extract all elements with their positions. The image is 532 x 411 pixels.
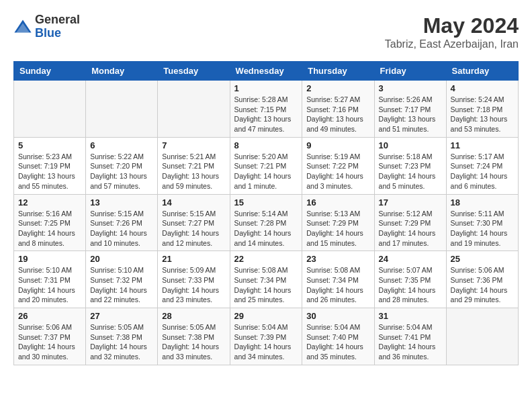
day-number: 13 <box>90 197 153 208</box>
day-info: Sunrise: 5:14 AMSunset: 7:28 PMDaylight:… <box>234 209 298 248</box>
day-info: Sunrise: 5:15 AMSunset: 7:26 PMDaylight:… <box>90 209 153 248</box>
day-number: 28 <box>162 311 225 321</box>
day-info: Sunrise: 5:28 AMSunset: 7:15 PMDaylight:… <box>234 95 298 134</box>
day-number: 14 <box>162 197 225 208</box>
day-number: 5 <box>18 140 81 150</box>
calendar-cell: 24Sunrise: 5:07 AMSunset: 7:35 PMDayligh… <box>374 251 446 308</box>
calendar-cell: 8Sunrise: 5:20 AMSunset: 7:21 PMDaylight… <box>230 137 302 194</box>
calendar-cell <box>446 308 518 365</box>
calendar-cell: 3Sunrise: 5:26 AMSunset: 7:17 PMDaylight… <box>374 81 446 138</box>
day-info: Sunrise: 5:26 AMSunset: 7:17 PMDaylight:… <box>379 95 442 134</box>
day-info: Sunrise: 5:04 AMSunset: 7:41 PMDaylight:… <box>379 322 442 362</box>
calendar-week-row: 19Sunrise: 5:10 AMSunset: 7:31 PMDayligh… <box>14 251 519 308</box>
logo-text: General Blue <box>35 13 80 40</box>
calendar-cell: 5Sunrise: 5:23 AMSunset: 7:19 PMDaylight… <box>14 137 86 194</box>
calendar-cell <box>14 81 86 138</box>
title-area: May 2024 Tabriz, East Azerbaijan, Iran <box>385 13 519 50</box>
calendar-table: SundayMondayTuesdayWednesdayThursdayFrid… <box>13 61 519 365</box>
calendar-week-row: 12Sunrise: 5:16 AMSunset: 7:25 PMDayligh… <box>14 194 519 251</box>
day-info: Sunrise: 5:16 AMSunset: 7:25 PMDaylight:… <box>18 209 81 248</box>
calendar-cell: 7Sunrise: 5:21 AMSunset: 7:21 PMDaylight… <box>158 137 230 194</box>
calendar-week-row: 26Sunrise: 5:06 AMSunset: 7:37 PMDayligh… <box>14 308 519 365</box>
month-year: May 2024 <box>385 13 519 38</box>
day-number: 2 <box>306 83 369 93</box>
day-number: 23 <box>306 254 369 264</box>
calendar-cell: 20Sunrise: 5:10 AMSunset: 7:32 PMDayligh… <box>86 251 158 308</box>
day-info: Sunrise: 5:27 AMSunset: 7:16 PMDaylight:… <box>306 95 369 134</box>
day-number: 30 <box>306 311 369 321</box>
day-number: 11 <box>451 140 514 150</box>
calendar-cell: 19Sunrise: 5:10 AMSunset: 7:31 PMDayligh… <box>14 251 86 308</box>
day-info: Sunrise: 5:08 AMSunset: 7:34 PMDaylight:… <box>306 265 369 305</box>
day-info: Sunrise: 5:09 AMSunset: 7:33 PMDaylight:… <box>162 265 225 305</box>
calendar-cell: 10Sunrise: 5:18 AMSunset: 7:23 PMDayligh… <box>374 137 446 194</box>
day-info: Sunrise: 5:17 AMSunset: 7:24 PMDaylight:… <box>451 152 514 191</box>
calendar-cell: 13Sunrise: 5:15 AMSunset: 7:26 PMDayligh… <box>86 194 158 251</box>
calendar-cell: 28Sunrise: 5:05 AMSunset: 7:38 PMDayligh… <box>158 308 230 365</box>
day-number: 1 <box>234 83 298 93</box>
calendar-cell: 30Sunrise: 5:04 AMSunset: 7:40 PMDayligh… <box>302 308 374 365</box>
day-info: Sunrise: 5:04 AMSunset: 7:40 PMDaylight:… <box>306 322 369 362</box>
calendar-cell: 11Sunrise: 5:17 AMSunset: 7:24 PMDayligh… <box>446 137 518 194</box>
calendar-cell: 15Sunrise: 5:14 AMSunset: 7:28 PMDayligh… <box>230 194 302 251</box>
day-info: Sunrise: 5:04 AMSunset: 7:39 PMDaylight:… <box>234 322 298 362</box>
day-number: 16 <box>306 197 369 208</box>
day-number: 27 <box>90 311 153 321</box>
logo-blue: Blue <box>35 27 80 40</box>
day-number: 18 <box>451 197 514 208</box>
calendar-cell: 25Sunrise: 5:06 AMSunset: 7:36 PMDayligh… <box>446 251 518 308</box>
calendar-cell: 21Sunrise: 5:09 AMSunset: 7:33 PMDayligh… <box>158 251 230 308</box>
day-number: 15 <box>234 197 298 208</box>
calendar-cell: 6Sunrise: 5:22 AMSunset: 7:20 PMDaylight… <box>86 137 158 194</box>
day-number: 17 <box>379 197 442 208</box>
logo-icon <box>13 17 32 36</box>
day-info: Sunrise: 5:10 AMSunset: 7:32 PMDaylight:… <box>90 265 153 305</box>
day-number: 9 <box>306 140 369 150</box>
day-number: 22 <box>234 254 298 264</box>
day-info: Sunrise: 5:07 AMSunset: 7:35 PMDaylight:… <box>379 265 442 305</box>
day-number: 12 <box>18 197 81 208</box>
day-info: Sunrise: 5:05 AMSunset: 7:38 PMDaylight:… <box>90 322 153 362</box>
day-number: 21 <box>162 254 225 264</box>
location: Tabriz, East Azerbaijan, Iran <box>385 38 519 50</box>
calendar-cell: 9Sunrise: 5:19 AMSunset: 7:22 PMDaylight… <box>302 137 374 194</box>
day-info: Sunrise: 5:24 AMSunset: 7:18 PMDaylight:… <box>451 95 514 134</box>
day-info: Sunrise: 5:18 AMSunset: 7:23 PMDaylight:… <box>379 152 442 191</box>
calendar-cell <box>86 81 158 138</box>
calendar-cell: 12Sunrise: 5:16 AMSunset: 7:25 PMDayligh… <box>14 194 86 251</box>
day-info: Sunrise: 5:11 AMSunset: 7:30 PMDaylight:… <box>451 209 514 248</box>
day-number: 6 <box>90 140 153 150</box>
calendar-cell: 16Sunrise: 5:13 AMSunset: 7:29 PMDayligh… <box>302 194 374 251</box>
day-of-week-header: Thursday <box>302 62 374 81</box>
day-info: Sunrise: 5:12 AMSunset: 7:29 PMDaylight:… <box>379 209 442 248</box>
day-info: Sunrise: 5:05 AMSunset: 7:38 PMDaylight:… <box>162 322 225 362</box>
day-info: Sunrise: 5:06 AMSunset: 7:37 PMDaylight:… <box>18 322 81 362</box>
calendar-cell: 2Sunrise: 5:27 AMSunset: 7:16 PMDaylight… <box>302 81 374 138</box>
calendar-cell: 4Sunrise: 5:24 AMSunset: 7:18 PMDaylight… <box>446 81 518 138</box>
day-number: 31 <box>379 311 442 321</box>
day-of-week-header: Wednesday <box>230 62 302 81</box>
day-info: Sunrise: 5:23 AMSunset: 7:19 PMDaylight:… <box>18 152 81 191</box>
day-number: 29 <box>234 311 298 321</box>
day-number: 24 <box>379 254 442 264</box>
day-info: Sunrise: 5:10 AMSunset: 7:31 PMDaylight:… <box>18 265 81 305</box>
calendar-cell: 23Sunrise: 5:08 AMSunset: 7:34 PMDayligh… <box>302 251 374 308</box>
calendar-cell <box>158 81 230 138</box>
day-number: 20 <box>90 254 153 264</box>
calendar-cell: 29Sunrise: 5:04 AMSunset: 7:39 PMDayligh… <box>230 308 302 365</box>
calendar-header-row: SundayMondayTuesdayWednesdayThursdayFrid… <box>14 62 519 81</box>
logo-general: General <box>35 13 80 27</box>
day-info: Sunrise: 5:15 AMSunset: 7:27 PMDaylight:… <box>162 209 225 248</box>
calendar-week-row: 1Sunrise: 5:28 AMSunset: 7:15 PMDaylight… <box>14 81 519 138</box>
day-number: 7 <box>162 140 225 150</box>
calendar-cell: 1Sunrise: 5:28 AMSunset: 7:15 PMDaylight… <box>230 81 302 138</box>
calendar-cell: 31Sunrise: 5:04 AMSunset: 7:41 PMDayligh… <box>374 308 446 365</box>
day-info: Sunrise: 5:08 AMSunset: 7:34 PMDaylight:… <box>234 265 298 305</box>
day-of-week-header: Tuesday <box>158 62 230 81</box>
calendar-cell: 17Sunrise: 5:12 AMSunset: 7:29 PMDayligh… <box>374 194 446 251</box>
day-number: 26 <box>18 311 81 321</box>
page-header: General Blue May 2024 Tabriz, East Azerb… <box>13 13 519 50</box>
day-of-week-header: Saturday <box>446 62 518 81</box>
calendar-cell: 26Sunrise: 5:06 AMSunset: 7:37 PMDayligh… <box>14 308 86 365</box>
calendar-cell: 27Sunrise: 5:05 AMSunset: 7:38 PMDayligh… <box>86 308 158 365</box>
